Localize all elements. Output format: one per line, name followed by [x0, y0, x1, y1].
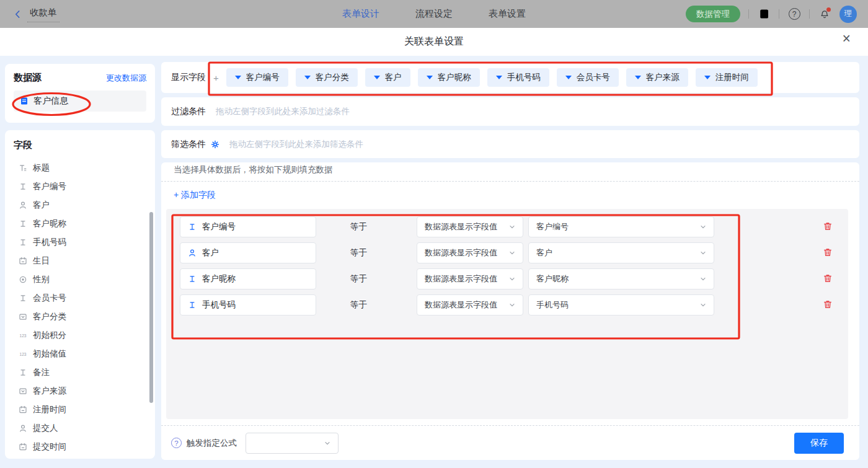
display-field-tag[interactable]: 手机号码: [487, 68, 549, 87]
save-button[interactable]: 保存: [794, 433, 844, 454]
rule-value-select[interactable]: 客户编号: [528, 216, 714, 237]
filter-conditions-label: 过滤条件: [171, 106, 206, 117]
add-display-field-button[interactable]: +: [213, 73, 219, 83]
gear-icon[interactable]: [211, 140, 219, 149]
form-doc-icon: [20, 97, 29, 105]
chevron-down-icon: [508, 301, 516, 309]
field-list-item[interactable]: 提交人: [14, 419, 146, 438]
tab-3[interactable]: 表单设置: [489, 8, 526, 20]
divider: [779, 9, 779, 19]
help-icon[interactable]: ?: [787, 7, 801, 21]
field-list-item[interactable]: 客户编号: [14, 177, 146, 196]
delete-rule-button[interactable]: [822, 221, 833, 232]
delete-rule-button[interactable]: [822, 273, 833, 285]
field-list-item[interactable]: 客户来源: [14, 382, 146, 400]
trash-icon: [823, 221, 833, 231]
field-list-item[interactable]: 手机号码: [14, 233, 146, 252]
caret-down-icon: [235, 76, 241, 79]
fill-rules-card: 当选择具体数据后，将按如下规则填充数据 + 添加字段 客户编号 等于 数据源表显…: [161, 162, 859, 460]
user-avatar[interactable]: 理: [839, 6, 857, 23]
field-list-item[interactable]: 性别: [14, 270, 146, 289]
user-icon: [188, 249, 197, 257]
display-field-tag[interactable]: 客户: [365, 68, 410, 87]
filter-conditions-row[interactable]: 过滤条件 拖动左侧字段到此处来添加过滤条件: [161, 97, 859, 126]
field-list-item[interactable]: 会员卡号: [14, 289, 146, 307]
tab-1[interactable]: 表单设计: [342, 8, 379, 20]
formula-help-icon[interactable]: ?: [171, 438, 182, 448]
rule-value-select[interactable]: 手机号码: [528, 294, 714, 316]
chevron-down-icon: [508, 223, 516, 231]
notification-bell-icon[interactable]: [818, 7, 831, 21]
display-field-tag[interactable]: 客户编号: [226, 68, 288, 87]
rule-source-select[interactable]: 数据源表显示字段值: [417, 216, 523, 237]
divider: [809, 9, 810, 19]
display-field-tag[interactable]: 会员卡号: [557, 68, 619, 87]
back-icon: [14, 10, 22, 19]
calendar-icon: [19, 405, 27, 414]
caret-down-icon: [565, 76, 572, 79]
form-name[interactable]: 收款单: [27, 6, 60, 22]
fields-scrollbar[interactable]: [149, 212, 153, 403]
fields-list: 标题 客户编号 客户 客户昵称 手机号码 生日 性别 会员卡号 客户分类 123…: [14, 159, 146, 456]
user-icon: [19, 424, 27, 433]
text-icon: [188, 275, 197, 283]
radio-icon: [19, 275, 27, 284]
trigger-formula-select[interactable]: [246, 433, 339, 454]
field-list-item[interactable]: 客户分类: [14, 307, 146, 326]
field-list-item[interactable]: 标题: [14, 159, 146, 177]
chevron-down-icon: [508, 275, 516, 283]
modal-title: 关联表单设置: [404, 35, 464, 48]
datasource-title: 数据源: [14, 72, 42, 84]
field-list-item[interactable]: 客户昵称: [14, 214, 146, 233]
chevron-down-icon: [323, 439, 332, 448]
trash-icon: [823, 247, 833, 257]
display-field-tag[interactable]: 客户昵称: [418, 68, 480, 87]
select-icon: [19, 387, 27, 395]
field-list-item[interactable]: 客户: [14, 196, 146, 214]
datasource-item[interactable]: 客户信息: [14, 91, 146, 112]
delete-rule-button[interactable]: [822, 247, 833, 258]
tab-2[interactable]: 流程设定: [415, 8, 453, 20]
fill-rule-row: 客户 等于 数据源表显示字段值 客户: [166, 242, 848, 263]
field-list-item[interactable]: 生日: [14, 252, 146, 270]
screening-conditions-row[interactable]: 筛选条件 拖动左侧字段到此处来添加筛选条件: [161, 130, 859, 158]
text-icon: [188, 301, 197, 309]
field-list-item[interactable]: 备注: [14, 363, 146, 382]
divider: [748, 9, 749, 19]
data-manage-button[interactable]: 数据管理: [686, 6, 740, 22]
field-list-item[interactable]: 123 初始储值: [14, 345, 146, 363]
chevron-down-icon: [699, 249, 707, 257]
field-list-item[interactable]: 注册时间: [14, 400, 146, 419]
back-button[interactable]: 收款单: [14, 6, 60, 22]
rule-source-select[interactable]: 数据源表显示字段值: [417, 294, 523, 316]
topbar-actions: 数据管理 ? 理: [686, 6, 857, 23]
chevron-down-icon: [508, 249, 516, 257]
fields-title: 字段: [14, 139, 146, 151]
display-field-tag[interactable]: 客户来源: [626, 68, 688, 87]
rule-target-field[interactable]: 客户编号: [180, 216, 316, 237]
rule-value-select[interactable]: 客户昵称: [528, 268, 714, 289]
rule-value-select[interactable]: 客户: [528, 242, 714, 263]
field-list-item[interactable]: 123 初始积分: [14, 326, 146, 345]
add-field-button[interactable]: + 添加字段: [174, 190, 216, 201]
docs-book-icon[interactable]: [757, 7, 771, 21]
rule-target-field[interactable]: 客户昵称: [180, 268, 316, 289]
fill-rule-row: 手机号码 等于 数据源表显示字段值 手机号码: [166, 294, 848, 316]
close-icon[interactable]: ×: [843, 32, 851, 46]
rule-target-field[interactable]: 手机号码: [180, 294, 316, 316]
delete-rule-button[interactable]: [822, 299, 833, 311]
rules-footer: ? 触发指定公式 保存: [161, 425, 859, 460]
rule-source-select[interactable]: 数据源表显示字段值: [417, 268, 523, 289]
change-datasource-link[interactable]: 更改数据源: [106, 73, 146, 84]
rule-source-select[interactable]: 数据源表显示字段值: [417, 242, 523, 263]
rule-operator: 等于: [350, 273, 371, 285]
display-field-tag[interactable]: 注册时间: [696, 68, 758, 87]
app-window: 收款单 表单设计流程设定表单设置 数据管理 ? 理 关联表单设置 ×: [0, 0, 868, 468]
display-field-tags: 客户编号 客户分类 客户 客户昵称 手机号码 会员卡号 客户来源 注册时间: [226, 68, 758, 87]
text-icon: [19, 294, 27, 302]
datasource-card: 数据源 更改数据源 客户信息: [5, 64, 155, 123]
field-list-item[interactable]: 提交时间: [14, 438, 146, 456]
trash-icon: [823, 273, 833, 283]
display-field-tag[interactable]: 客户分类: [296, 68, 358, 87]
rule-target-field[interactable]: 客户: [180, 242, 316, 263]
